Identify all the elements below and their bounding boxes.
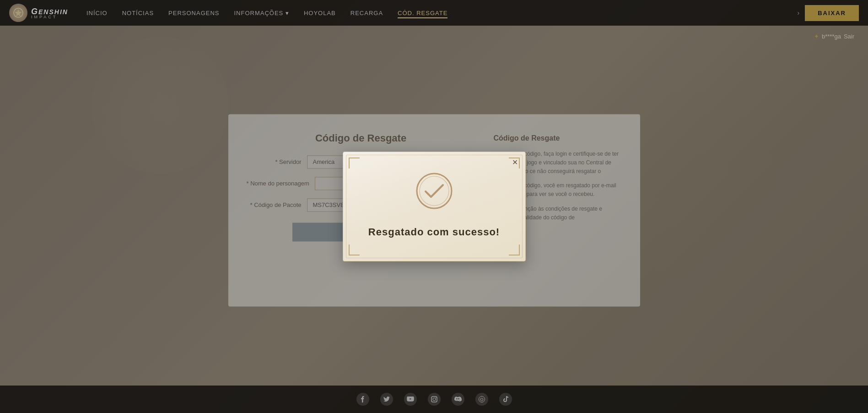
svg-point-1 <box>417 174 452 208</box>
corner-tl <box>349 158 360 168</box>
success-dialog: × Resgatado com sucesso! <box>343 152 526 261</box>
success-checkmark-icon <box>414 170 455 212</box>
success-icon-container <box>414 170 455 213</box>
close-button[interactable]: × <box>512 158 518 167</box>
svg-point-2 <box>420 176 449 206</box>
success-message: Resgatado com sucesso! <box>368 226 500 238</box>
corner-bl <box>349 245 360 255</box>
corner-br <box>509 245 520 255</box>
